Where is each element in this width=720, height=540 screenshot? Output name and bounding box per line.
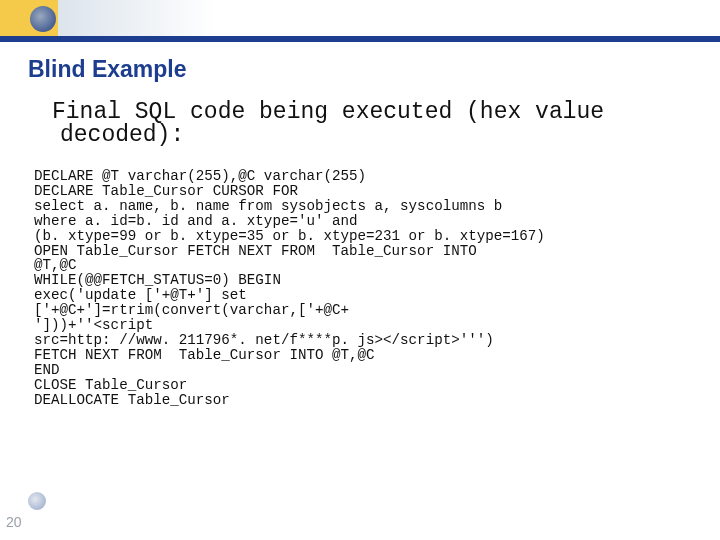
slide-subtitle: Final SQL code being executed (hex value… <box>36 101 692 147</box>
code-block: DECLARE @T varchar(255),@C varchar(255) … <box>34 169 692 408</box>
header-band <box>0 0 720 42</box>
page-number: 20 <box>6 514 22 530</box>
footer-logo-icon <box>28 492 46 510</box>
slide-body: Blind Example Final SQL code being execu… <box>0 42 720 540</box>
slide-title: Blind Example <box>28 56 692 83</box>
logo-dot-icon <box>30 6 56 32</box>
